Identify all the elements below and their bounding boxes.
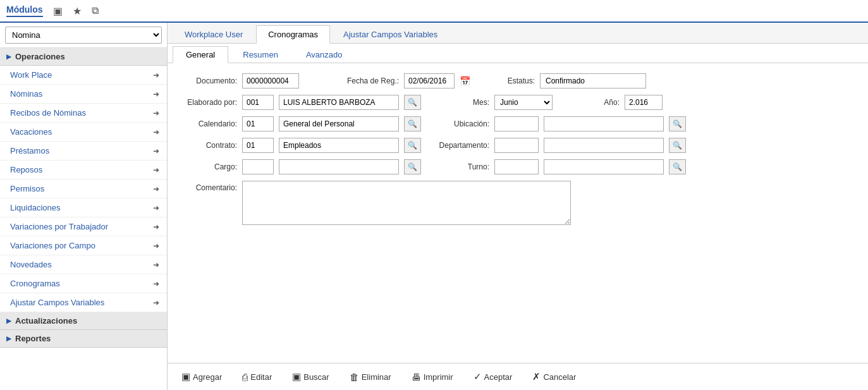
departamento-search-icon: 🔍 (673, 141, 682, 150)
subtab-avanzado[interactable]: Avanzado (293, 46, 356, 63)
calendario-name-input[interactable] (279, 116, 399, 131)
sidebar-item-liquidaciones[interactable]: Liquidaciones ➜ (0, 198, 167, 217)
cancelar-button[interactable]: ✗ Cancelar (529, 369, 580, 385)
buscar-icon: ▣ (292, 371, 301, 382)
subtab-resumen[interactable]: Resumen (229, 46, 291, 63)
sidebar-section-actualizaciones[interactable]: ▶ Actualizaciones (0, 312, 167, 330)
ubicacion-search-button[interactable]: 🔍 (669, 116, 686, 131)
año-input[interactable] (625, 95, 663, 110)
sidebar-item-vacaciones[interactable]: Vacaciones ➜ (0, 123, 167, 142)
actualizaciones-arrow: ▶ (6, 317, 11, 324)
comentario-textarea[interactable] (242, 181, 571, 225)
imprimir-icon: 🖶 (412, 372, 421, 382)
tab-workplace-user[interactable]: Workplace User (173, 25, 255, 43)
cancelar-icon: ✗ (532, 371, 541, 382)
calendar-icon[interactable]: 📅 (460, 76, 470, 86)
agregar-icon: ▣ (181, 371, 190, 382)
calendario-search-button[interactable]: 🔍 (404, 116, 421, 131)
aceptar-button[interactable]: ✓ Aceptar (470, 369, 517, 385)
vacaciones-arrow-icon: ➜ (153, 128, 159, 137)
sidebar-item-variaciones-campo[interactable]: Variaciones por Campo ➜ (0, 236, 167, 255)
elaborado-search-button[interactable]: 🔍 (404, 95, 421, 110)
nomina-select[interactable]: Nomina (5, 27, 162, 44)
departamento-search-button[interactable]: 🔍 (669, 138, 686, 153)
elaborado-search-icon: 🔍 (408, 98, 417, 107)
content-area: Workplace User Cronogramas Ajustar Campo… (168, 23, 868, 390)
sidebar-item-nominas[interactable]: Nóminas ➜ (0, 85, 167, 104)
tab-ajustar-campos[interactable]: Ajustar Campos Variables (331, 25, 449, 43)
sidebar-item-novedades[interactable]: Novedades ➜ (0, 255, 167, 274)
star-icon[interactable]: ★ (73, 5, 82, 17)
fecha-reg-label: Fecha de Reg.: (342, 76, 399, 85)
eliminar-button[interactable]: 🗑 Eliminar (346, 369, 395, 385)
ajustar-arrow-icon: ➜ (153, 298, 159, 307)
elaborado-name-input[interactable] (279, 95, 399, 110)
recibos-arrow-icon: ➜ (153, 109, 159, 118)
sidebar-item-permisos[interactable]: Permisos ➜ (0, 180, 167, 198)
sidebar-dropdown[interactable]: Nomina (0, 23, 167, 48)
calendario-label: Calendario: (180, 119, 237, 128)
form-area: Documento: Fecha de Reg.: 📅 Estatus: Ela… (168, 63, 868, 363)
top-tabs: Workplace User Cronogramas Ajustar Campo… (168, 23, 868, 44)
comentario-label: Comentario: (180, 181, 237, 192)
cargo-search-icon: 🔍 (408, 162, 417, 171)
departamento-label: Departamento: (432, 141, 489, 150)
buscar-button[interactable]: ▣ Buscar (288, 369, 333, 385)
editar-button[interactable]: ⎙ Editar (238, 369, 276, 385)
departamento-code-input[interactable] (494, 138, 539, 153)
operaciones-arrow: ▶ (6, 53, 11, 60)
cronogramas-arrow-icon: ➜ (153, 279, 159, 288)
mes-label: Mes: (432, 98, 489, 107)
modules-title: Módulos (6, 4, 43, 17)
documento-input[interactable] (242, 73, 299, 88)
editar-icon: ⎙ (242, 372, 248, 382)
main-layout: Nomina ▶ Operaciones Work Place ➜ Nómina… (0, 23, 868, 390)
sidebar-item-reposos[interactable]: Reposos ➜ (0, 161, 167, 180)
sidebar-item-prestamos[interactable]: Préstamos ➜ (0, 142, 167, 161)
contrato-name-input[interactable] (279, 138, 399, 153)
sidebar-section-operaciones[interactable]: ▶ Operaciones (0, 48, 167, 66)
calendario-search-icon: 🔍 (408, 119, 417, 128)
tab-cronogramas[interactable]: Cronogramas (256, 25, 330, 44)
ubicacion-name-input[interactable] (544, 116, 664, 131)
permisos-arrow-icon: ➜ (153, 185, 159, 193)
cargo-name-input[interactable] (279, 159, 399, 174)
calendario-code-input[interactable] (242, 116, 274, 131)
novedades-arrow-icon: ➜ (153, 260, 159, 269)
grid-icon[interactable]: ⧉ (92, 5, 99, 16)
imprimir-button[interactable]: 🖶 Imprimir (408, 369, 457, 385)
liquidaciones-arrow-icon: ➜ (153, 204, 159, 212)
departamento-name-input[interactable] (544, 138, 664, 153)
estatus-input[interactable] (540, 73, 646, 88)
row-comentario: Comentario: (180, 181, 855, 225)
row-documento: Documento: Fecha de Reg.: 📅 Estatus: (180, 73, 855, 88)
sidebar-item-recibos[interactable]: Recibos de Nóminas ➜ (0, 104, 167, 123)
elaborado-code-input[interactable] (242, 95, 274, 110)
actualizaciones-label: Actualizaciones (15, 316, 77, 326)
sidebar-item-cronogramas[interactable]: Cronogramas ➜ (0, 274, 167, 293)
mes-select[interactable]: Junio EneroFebreroMarzo AbrilMayo JulioA… (494, 95, 553, 110)
reposos-arrow-icon: ➜ (153, 166, 159, 174)
eliminar-icon: 🗑 (350, 372, 359, 382)
sidebar-item-variaciones-trabajador[interactable]: Variaciones por Trabajador ➜ (0, 217, 167, 236)
aceptar-icon: ✓ (474, 371, 482, 382)
contrato-search-button[interactable]: 🔍 (404, 138, 421, 153)
sidebar-section-reportes[interactable]: ▶ Reportes (0, 330, 167, 348)
row-calendario: Calendario: 🔍 Ubicación: 🔍 (180, 116, 855, 131)
contrato-code-input[interactable] (242, 138, 274, 153)
turno-name-input[interactable] (544, 159, 664, 174)
agregar-button[interactable]: ▣ Agregar (178, 369, 226, 385)
turno-code-input[interactable] (494, 159, 539, 174)
sidebar-item-ajustar[interactable]: Ajustar Campos Variables ➜ (0, 293, 167, 312)
cargo-code-input[interactable] (242, 159, 274, 174)
sidebar-item-workplace[interactable]: Work Place ➜ (0, 66, 167, 85)
subtab-general[interactable]: General (173, 46, 228, 63)
turno-search-button[interactable]: 🔍 (669, 159, 686, 174)
reportes-label: Reportes (15, 334, 51, 343)
contrato-label: Contrato: (180, 141, 237, 150)
fecha-reg-input[interactable] (404, 73, 455, 88)
ubicacion-code-input[interactable] (494, 116, 539, 131)
cargo-search-button[interactable]: 🔍 (404, 159, 421, 174)
bottom-toolbar: ▣ Agregar ⎙ Editar ▣ Buscar 🗑 Eliminar 🖶… (168, 363, 868, 390)
monitor-icon[interactable]: ▣ (53, 5, 63, 17)
